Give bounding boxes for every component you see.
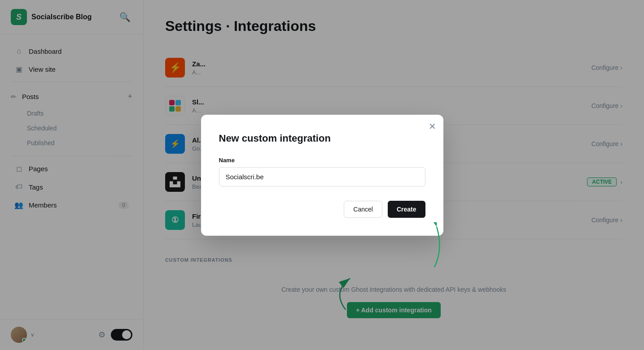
cancel-button[interactable]: Cancel — [344, 201, 382, 218]
new-custom-integration-modal: ✕ New custom integration Name Cancel Cre… — [201, 115, 443, 236]
modal-title: New custom integration — [219, 133, 425, 144]
modal-close-button[interactable]: ✕ — [429, 122, 436, 131]
arrow-create — [416, 222, 452, 272]
create-button[interactable]: Create — [388, 201, 425, 218]
modal-actions: Cancel Create — [219, 201, 425, 218]
modal-overlay[interactable]: ✕ New custom integration Name Cancel Cre… — [0, 0, 644, 350]
modal-name-label: Name — [219, 157, 425, 164]
modal-name-input[interactable] — [219, 167, 425, 186]
